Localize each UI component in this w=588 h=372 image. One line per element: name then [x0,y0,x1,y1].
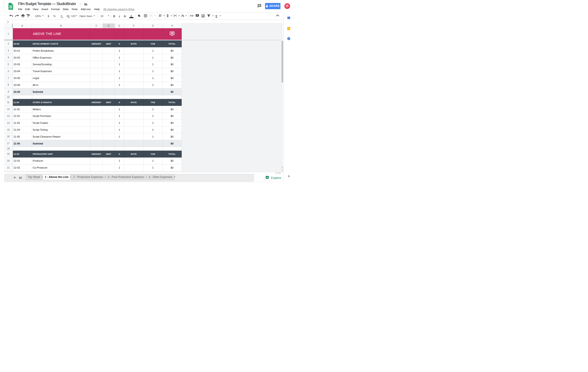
svg-text:31: 31 [288,17,289,19]
